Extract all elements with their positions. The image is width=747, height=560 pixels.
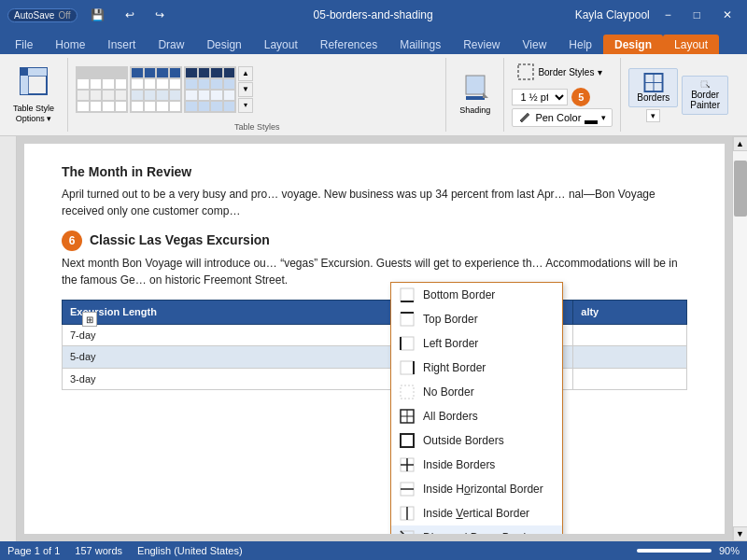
- page-indicator: Page 1 of 1: [7, 545, 60, 556]
- svg-rect-20: [401, 337, 414, 350]
- borders-buttons: Borders ▾: [628, 68, 678, 122]
- heading-las-vegas: 6 Classic Las Vegas Excursion: [62, 231, 687, 251]
- menu-item-outside-borders[interactable]: Outside Borders: [391, 428, 562, 453]
- ribbon-group-table-styles: ▲ ▼ ▾ Table Styles: [76, 58, 446, 132]
- title-bar-left: AutoSave Off 💾 ↩ ↪: [7, 7, 172, 23]
- border-painter-label: Border Painter: [690, 90, 720, 110]
- pen-color-button[interactable]: Pen Color ▾: [512, 108, 613, 127]
- status-right: 90%: [637, 545, 740, 556]
- menu-item-bottom-border[interactable]: Bottom Border: [391, 283, 562, 307]
- border-styles-arrow: ▾: [598, 67, 602, 77]
- table-style-scroll-up[interactable]: ▲: [238, 66, 253, 81]
- table-add-button[interactable]: ⊞: [82, 312, 97, 327]
- ribbon-group-border-styles: Border Styles ▾ 1 ½ pt ½ pt 1 pt 2 pt 5 …: [512, 58, 621, 132]
- redo-button[interactable]: ↪: [148, 7, 172, 23]
- save-button[interactable]: 💾: [83, 7, 112, 23]
- ribbon-group-shading: Shading: [454, 58, 504, 132]
- restore-button[interactable]: □: [686, 7, 708, 23]
- document-title: 05-borders-and-shading: [172, 8, 575, 21]
- svg-rect-6: [466, 76, 485, 94]
- scroll-up-button[interactable]: ▲: [733, 136, 748, 151]
- table-row[interactable]: 5-day $1,700: [63, 346, 687, 369]
- tab-table-design[interactable]: Design: [603, 35, 663, 54]
- inside-horizontal-icon: [399, 481, 416, 497]
- menu-item-diagonal-down[interactable]: Diagonal Down Border: [391, 525, 562, 534]
- tab-home[interactable]: Home: [44, 35, 96, 54]
- tab-insert[interactable]: Insert: [96, 35, 147, 54]
- table-container: ⊞ Excursion Length Stan… alty 7-day $2,5…: [62, 300, 687, 390]
- zoom-slider[interactable]: [637, 549, 712, 553]
- menu-label-outside-borders: Outside Borders: [423, 432, 504, 449]
- shading-svg: [462, 74, 488, 104]
- table-style-options-button[interactable]: Table Style Options ▾: [7, 68, 60, 122]
- right-scrollbar[interactable]: ▲ ▼: [732, 136, 747, 541]
- document-content[interactable]: The Month in Review April turned out to …: [24, 144, 725, 534]
- pen-size-select[interactable]: 1 ½ pt ½ pt 1 pt 2 pt: [512, 89, 568, 105]
- menu-item-all-borders[interactable]: All Borders: [391, 404, 562, 428]
- tab-design[interactable]: Design: [195, 35, 252, 54]
- svg-rect-9: [518, 64, 533, 79]
- ribbon-group-table-style-options: Table Style Options ▾: [7, 58, 68, 132]
- borders-icon: [643, 73, 664, 92]
- autosave-label: AutoSave: [14, 10, 54, 21]
- bottom-border-icon: [399, 287, 416, 303]
- tab-table-layout[interactable]: Layout: [663, 35, 719, 54]
- shading-icon: [462, 74, 488, 105]
- inside-borders-icon: [399, 456, 416, 473]
- table-row[interactable]: 7-day $2,500: [63, 324, 687, 346]
- all-borders-icon: [399, 408, 416, 425]
- tab-help[interactable]: Help: [557, 35, 603, 54]
- svg-rect-14: [701, 80, 707, 86]
- ribbon-group-borders: Borders ▾ Border Painter: [628, 58, 736, 132]
- tab-mailings[interactable]: Mailings: [388, 35, 452, 54]
- tab-view[interactable]: View: [512, 35, 558, 54]
- table-style-scroll-down[interactable]: ▼: [238, 82, 253, 97]
- autosave-toggle[interactable]: AutoSave Off: [7, 8, 78, 22]
- minimize-button[interactable]: −: [657, 7, 679, 23]
- border-painter-icon: [695, 80, 715, 90]
- borders-dropdown-menu: Bottom Border Top Border Left Border: [390, 282, 563, 534]
- autosave-state: Off: [58, 10, 70, 21]
- shading-button[interactable]: Shading: [454, 68, 496, 122]
- title-bar: AutoSave Off 💾 ↩ ↪ 05-borders-and-shadin…: [0, 0, 747, 30]
- status-bar: Page 1 of 1 157 words English (United St…: [0, 541, 747, 560]
- menu-item-inside-vertical[interactable]: Inside Vertical Border: [391, 501, 562, 525]
- tab-draw[interactable]: Draw: [147, 35, 195, 54]
- table-style-2[interactable]: [130, 66, 182, 113]
- cell-7day: 7-day: [63, 324, 410, 346]
- close-button[interactable]: ✕: [715, 7, 740, 23]
- table-style-scroll-more[interactable]: ▾: [238, 98, 253, 113]
- table-style-1[interactable]: [76, 66, 128, 113]
- svg-rect-22: [401, 361, 414, 374]
- tab-file[interactable]: File: [4, 35, 44, 54]
- menu-item-right-border[interactable]: Right Border: [391, 356, 562, 380]
- menu-label-left-border: Left Border: [423, 335, 478, 352]
- menu-label-inside-borders: Inside Borders: [423, 456, 495, 473]
- tab-layout[interactable]: Layout: [253, 35, 309, 54]
- pen-color-arrow: ▾: [601, 113, 606, 122]
- tab-references[interactable]: References: [309, 35, 388, 54]
- menu-label-no-border: No Border: [423, 384, 474, 400]
- scroll-down-button[interactable]: ▼: [733, 526, 748, 541]
- menu-item-top-border[interactable]: Top Border: [391, 307, 562, 331]
- undo-button[interactable]: ↩: [118, 7, 142, 23]
- border-painter-button[interactable]: Border Painter: [682, 76, 728, 115]
- menu-item-left-border[interactable]: Left Border: [391, 331, 562, 356]
- borders-dropdown-button[interactable]: Borders: [628, 68, 678, 107]
- table-style-3[interactable]: [184, 66, 236, 113]
- border-styles-button[interactable]: Border Styles ▾: [512, 58, 608, 86]
- borders-arrow-button[interactable]: ▾: [646, 109, 660, 122]
- scroll-thumb[interactable]: [734, 161, 747, 217]
- inside-vertical-icon: [399, 505, 416, 522]
- table-row[interactable]: 3-day $1,000: [63, 368, 687, 390]
- menu-item-inside-horizontal[interactable]: Inside Horizontal Border: [391, 477, 562, 501]
- cell-7day-alty: [573, 324, 687, 346]
- excursion-table[interactable]: Excursion Length Stan… alty 7-day $2,500…: [62, 300, 687, 390]
- shading-label: Shading: [459, 105, 490, 116]
- menu-item-inside-borders[interactable]: Inside Borders: [391, 453, 562, 477]
- pen-size-row: 1 ½ pt ½ pt 1 pt 2 pt 5: [512, 88, 590, 106]
- menu-item-no-border[interactable]: No Border: [391, 380, 562, 404]
- cell-5day-alty: [573, 346, 687, 369]
- tab-review[interactable]: Review: [452, 35, 511, 54]
- table-style-options-content: Table Style Options ▾: [7, 58, 60, 132]
